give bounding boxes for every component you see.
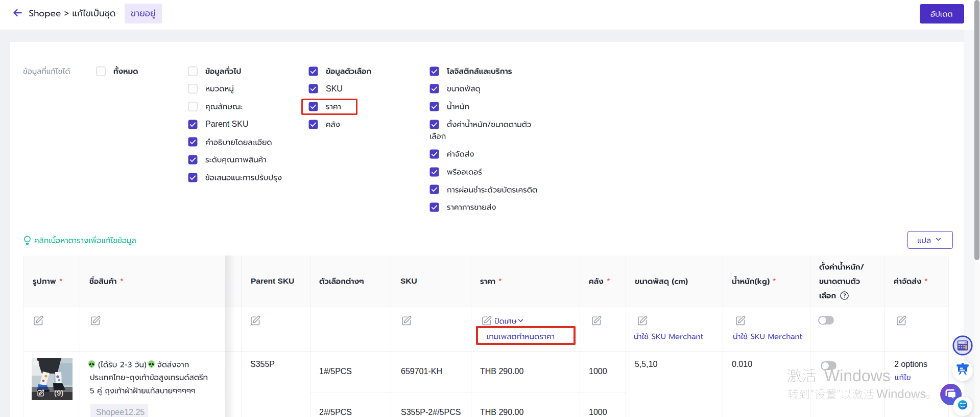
svg-text:04: 04 bbox=[33, 360, 39, 366]
